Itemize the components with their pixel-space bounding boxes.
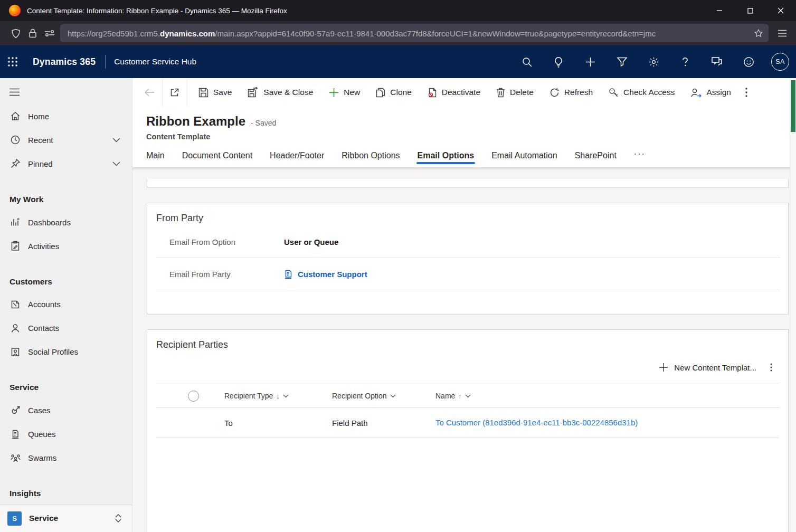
vertical-scrollbar[interactable] <box>790 78 796 532</box>
new-button[interactable]: New <box>329 88 360 98</box>
recipient-parties-grid: Recipient Type ↓ Recipient Option <box>156 384 779 438</box>
subgrid-overflow-icon[interactable] <box>770 363 772 372</box>
plus-icon <box>659 363 668 372</box>
sidebar-item-home[interactable]: Home <box>0 104 132 128</box>
chevron-down-icon[interactable] <box>112 162 120 166</box>
assign-button[interactable]: Assign <box>690 88 731 98</box>
table-row[interactable]: To Field Path To Customer (81ed396d-91e4… <box>156 408 779 438</box>
sitemap-toggle-icon[interactable] <box>0 80 132 104</box>
column-header-name[interactable]: Name ↑ <box>435 392 779 400</box>
tab-document-content[interactable]: Document Content <box>182 151 252 167</box>
sitemap-sidebar: Home Recent Pinned My Work Dashb <box>0 78 132 532</box>
sidebar-item-accounts[interactable]: Accounts <box>0 293 132 317</box>
window-title: Content Template: Information: Ribbon Ex… <box>27 7 704 15</box>
quick-create-plus-icon[interactable] <box>580 51 601 72</box>
dashboards-icon <box>10 217 28 227</box>
save-status: - Saved <box>251 119 276 127</box>
check-access-button[interactable]: Check Access <box>609 88 675 98</box>
sidebar-item-cases[interactable]: Cases <box>0 398 132 422</box>
minimize-button[interactable] <box>704 0 735 21</box>
sidebar-group-my-work: My Work <box>10 188 132 211</box>
queue-entity-icon <box>284 270 292 279</box>
back-button[interactable] <box>140 88 159 97</box>
app-name[interactable]: Customer Service Hub <box>114 57 196 66</box>
search-icon[interactable] <box>516 51 537 72</box>
column-menu-chevron-icon[interactable] <box>465 394 471 398</box>
tab-ribbon-options[interactable]: Ribbon Options <box>342 151 400 167</box>
close-button[interactable] <box>765 0 796 21</box>
lightbulb-icon[interactable] <box>548 51 569 72</box>
recipient-parties-section: Recipient Parties New Content Templat... <box>147 329 789 532</box>
grid-header-row: Recipient Type ↓ Recipient Option <box>156 384 779 408</box>
tab-email-automation[interactable]: Email Automation <box>491 151 557 167</box>
sidebar-item-social-profiles[interactable]: Social Profiles <box>0 340 132 364</box>
permissions-icon[interactable] <box>41 25 58 42</box>
app-launcher-icon[interactable] <box>0 45 25 78</box>
maximize-button[interactable] <box>735 0 765 21</box>
field-email-from-option: Email From Option User or Queue <box>156 227 780 258</box>
save-and-close-button[interactable]: Save & Close <box>248 87 313 98</box>
delete-icon <box>496 88 505 98</box>
area-switcher-updown-icon <box>114 514 122 523</box>
refresh-button[interactable]: Refresh <box>549 88 593 98</box>
sidebar-item-label: Dashboards <box>28 218 71 227</box>
brand-title[interactable]: Dynamics 365 <box>33 56 96 68</box>
tab-email-options[interactable]: Email Options <box>418 151 475 167</box>
sidebar-item-dashboards[interactable]: Dashboards <box>0 211 132 234</box>
sidebar-item-swarms[interactable]: Swarms <box>0 446 132 470</box>
sidebar-item-recent[interactable]: Recent <box>0 128 132 152</box>
user-avatar[interactable]: SA <box>770 51 791 72</box>
sidebar-item-label: Pinned <box>28 159 53 168</box>
deactivate-button[interactable]: Deactivate <box>428 88 480 98</box>
sidebar-item-contacts[interactable]: Contacts <box>0 316 132 340</box>
cell-name-link[interactable]: To Customer (81ed396d-91e4-ec11-bb3c-002… <box>435 418 638 427</box>
sidebar-item-label: Recent <box>28 136 53 145</box>
area-badge: S <box>7 511 22 526</box>
open-in-new-window-button[interactable] <box>170 88 179 97</box>
save-button[interactable]: Save <box>198 88 232 98</box>
sidebar-group-customers: Customers <box>10 271 132 293</box>
delete-button[interactable]: Delete <box>496 88 534 98</box>
gear-icon[interactable] <box>643 51 664 72</box>
feedback-icon[interactable] <box>706 51 727 72</box>
smiley-icon[interactable] <box>738 51 759 72</box>
tab-main[interactable]: Main <box>146 151 165 167</box>
queues-icon <box>10 429 28 440</box>
select-all-checkbox[interactable] <box>188 391 199 402</box>
column-menu-chevron-icon[interactable] <box>283 394 289 398</box>
new-plus-icon <box>329 88 339 98</box>
accounts-icon <box>10 299 28 310</box>
lookup-value[interactable]: Customer Support <box>284 270 367 279</box>
column-menu-chevron-icon[interactable] <box>390 394 396 398</box>
url-input[interactable]: https://org25ed59b1.crm5.dynamics.com/ma… <box>60 24 769 42</box>
bookmark-star-icon[interactable] <box>754 28 763 38</box>
chevron-down-icon[interactable] <box>112 138 120 142</box>
clone-button[interactable]: Clone <box>376 88 412 98</box>
tabs-overflow-icon[interactable]: ··· <box>634 149 646 167</box>
sidebar-group-service: Service <box>10 376 132 398</box>
area-switcher[interactable]: S Service <box>0 505 132 532</box>
tab-header-footer[interactable]: Header/Footer <box>270 151 324 167</box>
social-profiles-icon <box>10 347 28 357</box>
tab-sharepoint[interactable]: SharePoint <box>575 151 617 167</box>
sidebar-item-queues[interactable]: Queues <box>0 422 132 446</box>
help-icon[interactable] <box>675 51 696 72</box>
sidebar-item-activities[interactable]: Activities <box>0 234 132 258</box>
popout-icon <box>170 88 179 97</box>
form-tabs: Main Document Content Header/Footer Ribb… <box>132 141 796 167</box>
lock-icon[interactable] <box>24 25 41 42</box>
shield-icon[interactable] <box>7 25 24 42</box>
column-header-recipient-option[interactable]: Recipient Option <box>327 392 435 400</box>
field-value[interactable]: User or Queue <box>284 238 338 246</box>
form-content: From Party Email From Option User or Que… <box>132 167 796 532</box>
column-header-recipient-type[interactable]: Recipient Type ↓ <box>217 392 327 400</box>
browser-menu-icon[interactable] <box>774 25 791 42</box>
lookup-link[interactable]: Customer Support <box>298 270 367 279</box>
command-overflow-icon[interactable] <box>745 88 747 97</box>
sidebar-item-pinned[interactable]: Pinned <box>0 152 132 176</box>
scrollbar-thumb[interactable] <box>791 80 795 132</box>
new-content-template-button[interactable]: New Content Templat... <box>659 363 756 372</box>
save-close-icon <box>248 87 259 98</box>
sidebar-item-label: Swarms <box>28 453 56 462</box>
filter-icon[interactable] <box>611 51 632 72</box>
